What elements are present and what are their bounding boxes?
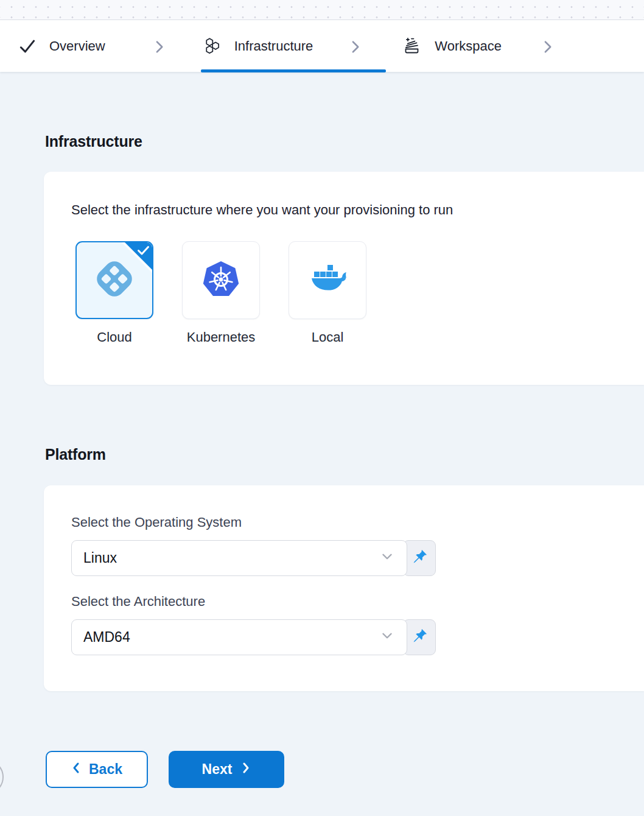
next-button[interactable]: Next (169, 751, 284, 788)
step-overview[interactable]: Overview (18, 38, 105, 54)
arch-select-label: Select the Architecture (71, 594, 617, 610)
selected-check-icon (137, 245, 150, 258)
wizard-stepper: Overview Infrastructure (0, 20, 644, 72)
stack-icon (402, 37, 422, 55)
kubernetes-tile[interactable] (182, 241, 260, 319)
cloud-tile[interactable] (75, 241, 153, 319)
next-button-label: Next (202, 761, 233, 778)
os-select-value: Linux (83, 550, 117, 566)
chevron-down-icon (380, 549, 394, 568)
pushpin-icon (411, 628, 428, 647)
arch-select-row: AMD64 (71, 619, 436, 655)
kubernetes-icon (201, 259, 240, 301)
step-label: Workspace (435, 38, 502, 54)
platform-card: Select the Operating System Linux Select… (44, 485, 644, 691)
option-local: Local (289, 241, 366, 345)
os-select-row: Linux (71, 540, 436, 576)
arch-select[interactable]: AMD64 (71, 619, 407, 655)
cloud-diamond-icon (93, 258, 136, 303)
tile-label: Kubernetes (187, 329, 256, 345)
os-select[interactable]: Linux (71, 540, 407, 576)
back-button-label: Back (89, 761, 122, 778)
chevron-right-icon (348, 39, 362, 55)
dotted-header-strip (0, 0, 644, 20)
step-workspace[interactable]: Workspace (402, 37, 502, 55)
arch-pin-button[interactable] (403, 619, 436, 655)
step-label: Infrastructure (234, 38, 313, 54)
hexagons-icon (204, 37, 222, 55)
docker-whale-icon (307, 263, 348, 297)
os-select-label: Select the Operating System (71, 515, 617, 530)
infrastructure-options: Cloud (75, 241, 617, 345)
chevron-right-icon (152, 39, 166, 55)
tile-label: Local (312, 329, 344, 345)
infrastructure-heading: Infrastructure (45, 133, 644, 150)
main-content: Infrastructure Select the infrastructure… (0, 72, 644, 788)
check-icon (18, 38, 37, 54)
wizard-actions: Back Next (46, 751, 644, 788)
chevron-left-icon (71, 761, 81, 778)
step-infrastructure[interactable]: Infrastructure (204, 37, 313, 55)
active-step-indicator (201, 69, 386, 72)
chevron-right-icon (541, 39, 555, 55)
chevron-right-icon (241, 761, 251, 778)
tile-label: Cloud (97, 329, 131, 345)
infrastructure-card: Select the infrastructure where you want… (44, 172, 644, 385)
chevron-down-icon (380, 628, 394, 647)
os-pin-button[interactable] (403, 540, 436, 576)
arch-select-value: AMD64 (83, 629, 130, 645)
back-button[interactable]: Back (46, 751, 148, 788)
option-cloud: Cloud (75, 241, 153, 345)
infrastructure-instruction: Select the infrastructure where you want… (71, 202, 617, 218)
option-kubernetes: Kubernetes (182, 241, 260, 345)
pushpin-icon (411, 549, 428, 568)
local-tile[interactable] (289, 241, 366, 319)
step-label: Overview (49, 38, 105, 54)
platform-heading: Platform (45, 446, 644, 463)
